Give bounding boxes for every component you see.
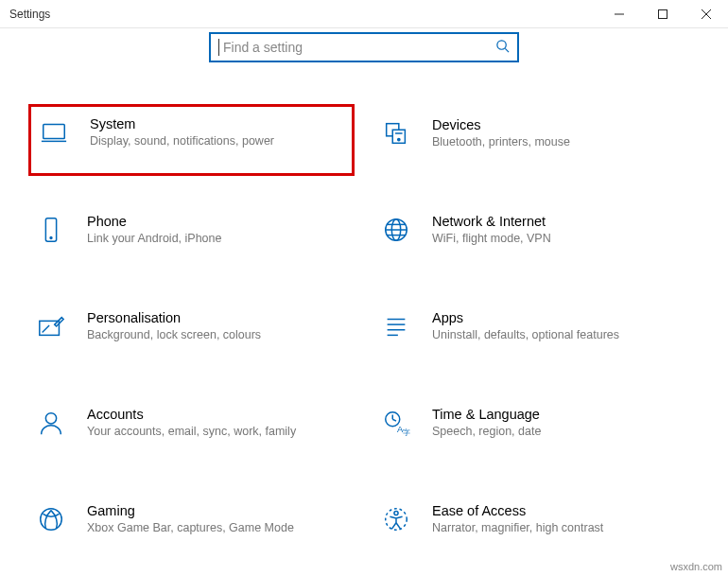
tile-title: Network & Internet [432,214,688,229]
tile-title: Devices [432,117,688,132]
tile-title: Gaming [87,503,343,518]
tile-text: Apps Uninstall, defaults, optional featu… [432,310,694,343]
tile-desc: Display, sound, notifications, power [90,133,340,149]
svg-rect-6 [43,125,65,139]
ease-of-access-icon [379,503,413,533]
watermark: wsxdn.com [670,561,722,572]
tile-desc: Speech, region, date [432,424,688,440]
svg-point-10 [398,138,400,140]
tile-text: Phone Link your Android, iPhone [87,214,349,247]
tile-apps[interactable]: Apps Uninstall, defaults, optional featu… [373,303,700,359]
svg-line-28 [392,419,396,421]
tile-desc: Your accounts, email, sync, work, family [87,424,343,440]
tile-desc: Xbox Game Bar, captures, Game Mode [87,520,343,536]
apps-icon [379,310,413,340]
search-placeholder: Find a setting [218,39,303,56]
svg-point-13 [50,237,52,239]
tile-desc: Narrator, magnifier, high contrast [432,520,688,536]
tile-text: System Display, sound, notifications, po… [90,116,346,149]
settings-grid: System Display, sound, notifications, po… [0,72,728,552]
tile-title: Phone [87,214,343,229]
tile-time-language[interactable]: A字 Time & Language Speech, region, date [373,399,700,456]
tile-text: Personalisation Background, lock screen,… [87,310,349,343]
tile-text: Devices Bluetooth, printers, mouse [432,117,694,150]
tile-network[interactable]: Network & Internet WiFi, flight mode, VP… [373,206,700,263]
tile-devices[interactable]: Devices Bluetooth, printers, mouse [373,110,700,166]
search-input[interactable]: Find a setting [209,32,519,62]
svg-line-5 [505,48,509,52]
tile-desc: Bluetooth, printers, mouse [432,134,688,150]
minimize-button[interactable] [598,0,641,27]
personalisation-icon [34,310,68,340]
tile-personalisation[interactable]: Personalisation Background, lock screen,… [28,303,355,359]
svg-point-33 [394,511,398,515]
tile-ease-of-access[interactable]: Ease of Access Narrator, magnifier, high… [373,496,700,552]
svg-point-4 [497,41,506,49]
gaming-icon [34,503,68,533]
svg-point-31 [41,509,62,531]
tile-gaming[interactable]: Gaming Xbox Game Bar, captures, Game Mod… [28,496,355,552]
tile-title: Personalisation [87,310,343,325]
svg-point-25 [45,413,56,424]
network-icon [379,214,413,244]
tile-text: Ease of Access Narrator, magnifier, high… [432,503,694,536]
tile-accounts[interactable]: Accounts Your accounts, email, sync, wor… [28,399,355,456]
titlebar: Settings [0,0,728,28]
accounts-icon [34,407,68,437]
tile-text: Network & Internet WiFi, flight mode, VP… [432,214,694,247]
tile-desc: Link your Android, iPhone [87,231,343,247]
close-button[interactable] [685,0,728,27]
phone-icon [34,214,68,244]
tile-title: Time & Language [432,407,688,422]
window-title: Settings [9,8,50,21]
system-icon [37,116,71,147]
tile-title: Accounts [87,407,343,422]
tile-text: Accounts Your accounts, email, sync, wor… [87,407,349,440]
svg-text:字: 字 [403,428,410,437]
tile-desc: WiFi, flight mode, VPN [432,231,688,247]
search-icon [495,39,510,56]
tile-desc: Uninstall, defaults, optional features [432,327,688,343]
tile-text: Gaming Xbox Game Bar, captures, Game Mod… [87,503,349,536]
window-controls [598,0,728,27]
tile-title: Ease of Access [432,503,688,518]
tile-desc: Background, lock screen, colours [87,327,343,343]
search-container: Find a setting [0,28,728,72]
tile-phone[interactable]: Phone Link your Android, iPhone [28,206,355,263]
tile-title: Apps [432,310,688,325]
svg-rect-1 [659,9,667,18]
maximize-button[interactable] [641,0,685,27]
devices-icon [379,117,413,148]
svg-line-20 [43,325,50,333]
tile-system[interactable]: System Display, sound, notifications, po… [28,104,355,176]
time-language-icon: A字 [379,407,413,437]
tile-text: Time & Language Speech, region, date [432,407,694,440]
tile-title: System [90,116,340,131]
